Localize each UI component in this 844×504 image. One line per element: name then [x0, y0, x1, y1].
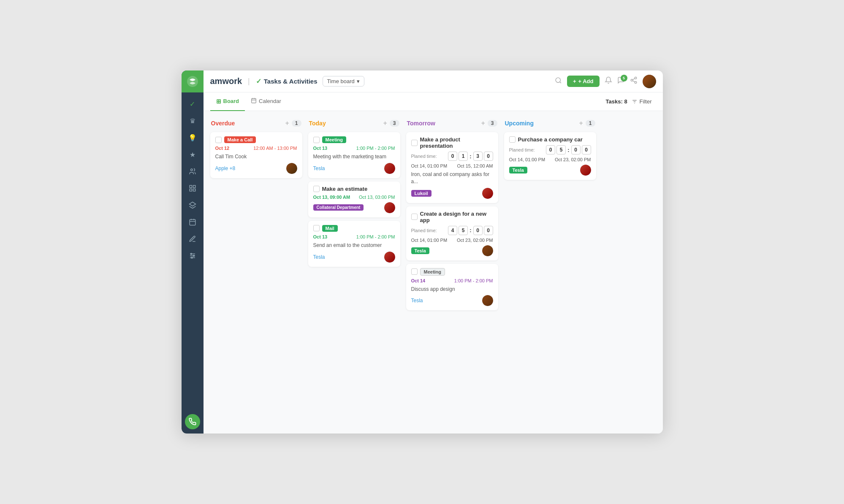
card-title: Make a product presentation	[420, 136, 493, 149]
sub-header: ⊞ Board Calendar Tasks: 8 Filter	[204, 92, 663, 111]
sidebar-item-sliders[interactable]	[183, 248, 202, 264]
overdue-count: 1	[292, 120, 301, 127]
header: amwork | ✓ Tasks & Activities Time board…	[204, 70, 663, 92]
phone-button[interactable]	[185, 414, 200, 429]
card-make-estimate[interactable]: Make an estimate Oct 13, 09:00 AM Oct 13…	[308, 182, 400, 217]
card-company[interactable]: Apple +8	[215, 165, 236, 171]
card-mail[interactable]: Mail Oct 13 1:00 PM - 2:00 PM Send an em…	[308, 221, 400, 267]
sidebar-item-pen[interactable]	[183, 231, 202, 247]
column-header-tomorrow: Tomorrow + 3	[406, 118, 498, 129]
tab-calendar[interactable]: Calendar	[245, 92, 287, 111]
date-start: Oct 14, 01:00 PM	[411, 238, 448, 243]
card-checkbox[interactable]	[215, 137, 222, 143]
time-block-2: 3	[473, 152, 483, 161]
card-avatar	[580, 165, 591, 176]
card-checkbox[interactable]	[313, 225, 320, 231]
card-title: Create a design for a new app	[420, 211, 493, 223]
planned-time-row: Planed time: 4 5 : 0 0	[411, 226, 493, 235]
board-tab-icon: ⊞	[216, 98, 221, 105]
planned-time-row: Planed time: 0 5 : 0 0	[509, 145, 591, 154]
today-add-icon[interactable]: +	[383, 119, 387, 127]
card-date-end: Oct 13, 03:00 PM	[359, 195, 395, 200]
time-block-0: 4	[448, 226, 457, 235]
card-company[interactable]: Tesla	[313, 254, 325, 260]
card-discuss-app[interactable]: Meeting Oct 14 1:00 PM - 2:00 PM Discuss…	[406, 264, 498, 311]
filter-button[interactable]: Filter	[627, 97, 656, 106]
add-button[interactable]: + + Add	[567, 76, 600, 87]
planned-time-blocks: 0 5 : 0 0	[546, 145, 591, 154]
plus-icon: +	[573, 78, 576, 84]
time-block-2: 0	[571, 145, 581, 154]
card-checkbox[interactable]	[509, 136, 516, 143]
svg-line-6	[189, 206, 193, 209]
notifications-button[interactable]	[605, 76, 612, 86]
card-footer: Collateral Department	[313, 202, 395, 213]
card-design-app[interactable]: Create a design for a new app Planed tim…	[406, 206, 498, 260]
messages-button[interactable]: 5	[617, 76, 625, 86]
date-end: Oct 23, 02:00 PM	[457, 238, 493, 243]
card-company-tag[interactable]: Tesla	[509, 167, 527, 173]
card-footer: Tesla	[411, 295, 493, 306]
sidebar-item-grid[interactable]	[183, 180, 202, 196]
svg-rect-2	[190, 185, 192, 187]
card-company-tag[interactable]: Collateral Department	[313, 204, 364, 211]
user-avatar[interactable]	[643, 75, 656, 88]
svg-point-1	[190, 169, 193, 171]
card-avatar	[384, 202, 395, 213]
card-company-tag[interactable]: Lukoil	[411, 190, 431, 197]
date-start: Oct 14, 01:00 PM	[411, 163, 448, 168]
card-make-a-call[interactable]: Make a Call Oct 12 12:00 AM - 13:00 PM C…	[210, 132, 302, 178]
card-title: Purchase a company car	[518, 136, 583, 143]
overdue-add-icon[interactable]: +	[285, 119, 289, 127]
card-top: Meeting	[313, 136, 395, 143]
card-product-presentation[interactable]: Make a product presentation Planed time:…	[406, 132, 498, 203]
card-top: Make a product presentation	[411, 136, 493, 149]
card-date: Oct 14	[411, 278, 426, 283]
card-meeting-today[interactable]: Meeting Oct 13 1:00 PM - 2:00 PM Meeting…	[308, 132, 400, 178]
sidebar-item-bulb[interactable]: 💡	[183, 130, 202, 146]
search-icon[interactable]	[555, 77, 562, 86]
sidebar-logo[interactable]	[182, 70, 204, 92]
column-tomorrow: Tomorrow + 3 Make a product presentation…	[406, 118, 498, 310]
card-time: 1:00 PM - 2:00 PM	[356, 146, 395, 151]
sidebar-item-calendar[interactable]	[183, 214, 202, 230]
board-selector-button[interactable]: Time board ▾	[323, 76, 364, 87]
card-date: Oct 13	[313, 146, 328, 151]
card-footer: Tesla	[411, 245, 493, 256]
card-checkbox[interactable]	[313, 137, 320, 143]
upcoming-add-icon[interactable]: +	[579, 119, 583, 127]
sidebar-item-users[interactable]	[183, 163, 202, 179]
card-checkbox[interactable]	[411, 214, 418, 220]
time-block-0: 0	[546, 145, 555, 154]
tab-board[interactable]: ⊞ Board	[210, 92, 245, 111]
card-checkbox[interactable]	[313, 186, 320, 192]
card-company[interactable]: Tesla	[411, 298, 423, 303]
card-company-car[interactable]: Purchase a company car Planed time: 0 5 …	[504, 132, 596, 180]
time-block-2: 0	[473, 226, 483, 235]
card-checkbox[interactable]	[411, 268, 418, 275]
card-avatar	[482, 295, 493, 306]
card-company-tag[interactable]: Tesla	[411, 247, 429, 254]
card-top: Make an estimate	[313, 186, 395, 192]
card-top: Create a design for a new app	[411, 211, 493, 223]
card-company[interactable]: Tesla	[313, 165, 325, 171]
card-checkbox[interactable]	[411, 140, 418, 146]
main-content: amwork | ✓ Tasks & Activities Time board…	[204, 70, 663, 434]
card-dates-two: Oct 14, 01:00 PM Oct 23, 02:00 PM	[509, 157, 591, 162]
today-count: 3	[390, 120, 399, 127]
planned-label: Planed time:	[411, 154, 437, 159]
sidebar-item-crown[interactable]: ♛	[183, 113, 202, 129]
tomorrow-add-icon[interactable]: +	[481, 119, 485, 127]
card-avatar	[482, 188, 493, 199]
column-upcoming: Upcoming + 1 Purchase a company car Plan…	[504, 118, 596, 180]
sidebar-item-check[interactable]: ✓	[183, 96, 202, 112]
share-button[interactable]	[630, 76, 638, 86]
card-avatar	[286, 163, 297, 174]
time-block-0: 0	[448, 152, 457, 161]
sidebar: ✓ ♛ 💡 ★	[182, 70, 204, 434]
svg-line-7	[193, 206, 196, 209]
card-tag: Meeting	[420, 268, 445, 276]
sidebar-item-layers[interactable]	[183, 197, 202, 213]
sidebar-item-star[interactable]: ★	[183, 146, 202, 163]
card-avatar	[384, 252, 395, 263]
